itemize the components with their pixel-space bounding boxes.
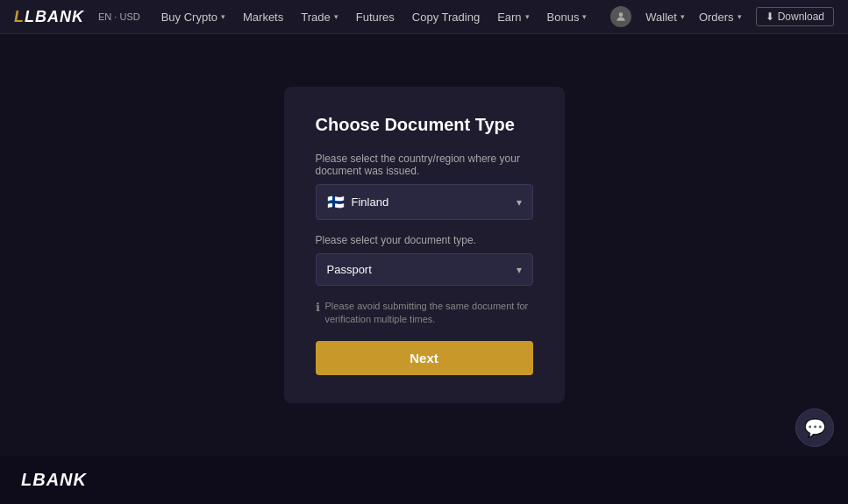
card-title: Choose Document Type bbox=[316, 115, 533, 135]
chevron-down-icon: ▾ bbox=[221, 12, 225, 21]
warning-row: ℹ Please avoid submitting the same docum… bbox=[316, 300, 533, 327]
wallet-menu[interactable]: Wallet ▾ bbox=[645, 11, 685, 24]
nav-items: Buy Crypto ▾ Markets Trade ▾ Futures Cop… bbox=[161, 11, 611, 24]
doctype-select-wrapper: Passport ▾ bbox=[316, 253, 533, 286]
nav-futures[interactable]: Futures bbox=[356, 11, 395, 24]
nav-trade[interactable]: Trade ▾ bbox=[301, 11, 338, 24]
country-select-wrapper: 🇫🇮 Finland ▾ bbox=[316, 184, 533, 220]
navbar: LLBANK EN · USD Buy Crypto ▾ Markets Tra… bbox=[0, 0, 848, 34]
chevron-down-icon: ▾ bbox=[681, 12, 685, 21]
svg-point-0 bbox=[619, 12, 624, 17]
country-select[interactable]: 🇫🇮 Finland ▾ bbox=[316, 184, 533, 220]
next-button[interactable]: Next bbox=[316, 341, 533, 375]
download-icon: ⬇ bbox=[766, 11, 774, 23]
footer-logo: LBANK bbox=[21, 470, 87, 490]
info-icon: ℹ bbox=[316, 301, 320, 314]
nav-markets[interactable]: Markets bbox=[243, 11, 283, 24]
nav-bonus[interactable]: Bonus ▾ bbox=[547, 11, 588, 24]
language-selector[interactable]: EN · USD bbox=[98, 11, 140, 22]
document-type-card: Choose Document Type Please select the c… bbox=[284, 87, 565, 403]
chevron-down-icon: ▾ bbox=[582, 12, 587, 21]
footer: LBANK bbox=[0, 456, 848, 504]
nav-earn[interactable]: Earn ▾ bbox=[497, 11, 529, 24]
chevron-down-icon: ▾ bbox=[517, 196, 522, 209]
doctype-select[interactable]: Passport ▾ bbox=[316, 253, 533, 286]
warning-text: Please avoid submitting the same documen… bbox=[325, 300, 533, 327]
country-label: Please select the country/region where y… bbox=[316, 153, 533, 177]
avatar[interactable] bbox=[610, 6, 631, 27]
chevron-down-icon: ▾ bbox=[334, 12, 338, 21]
nav-buy-crypto[interactable]: Buy Crypto ▾ bbox=[161, 11, 225, 24]
download-button[interactable]: ⬇ Download bbox=[756, 7, 834, 26]
nav-copy-trading[interactable]: Copy Trading bbox=[412, 11, 480, 24]
chat-widget[interactable]: 💬 bbox=[795, 408, 834, 447]
finland-flag-icon: 🇫🇮 bbox=[327, 194, 345, 210]
chevron-down-icon: ▾ bbox=[525, 12, 530, 21]
chat-icon: 💬 bbox=[804, 417, 826, 438]
doctype-label: Please select your document type. bbox=[316, 234, 533, 246]
chevron-down-icon: ▾ bbox=[517, 264, 522, 276]
orders-menu[interactable]: Orders ▾ bbox=[699, 11, 742, 24]
main-content: Choose Document Type Please select the c… bbox=[0, 34, 848, 403]
logo[interactable]: LLBANK bbox=[14, 8, 84, 26]
nav-right: Wallet ▾ Orders ▾ ⬇ Download bbox=[610, 6, 834, 27]
chevron-down-icon: ▾ bbox=[738, 12, 742, 21]
